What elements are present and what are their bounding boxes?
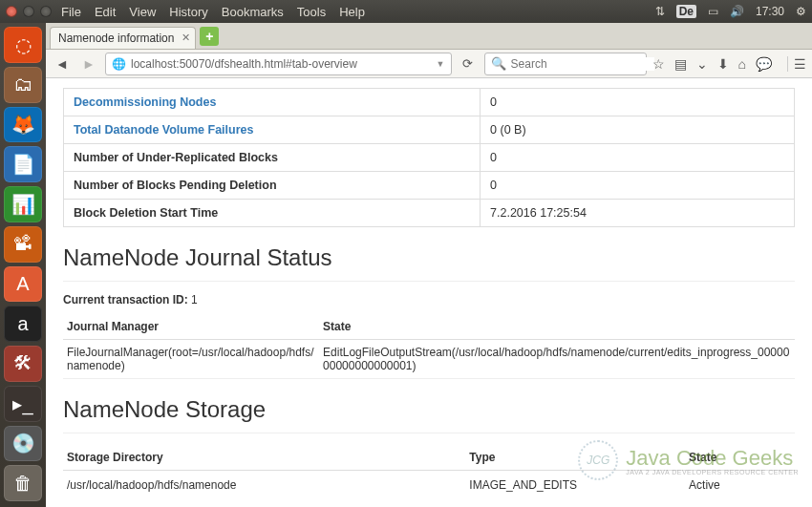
reload-button[interactable]: ⟳ [458, 56, 479, 71]
new-tab-button[interactable]: + [200, 27, 219, 46]
storage-heading: NameNode Storage [63, 396, 795, 423]
divider [63, 433, 795, 433]
status-label: Number of Under-Replicated Blocks [64, 144, 481, 172]
status-row: Number of Blocks Pending Deletion 0 [64, 172, 795, 200]
browser-tab[interactable]: Namenode information ✕ [50, 27, 196, 49]
status-row: Block Deletion Start Time 7.2.2016 17:25… [64, 200, 795, 227]
tab-title: Namenode information [58, 32, 174, 45]
site-identity-icon[interactable]: 🌐 [112, 57, 126, 71]
journal-header-state: State [319, 314, 795, 340]
launcher-trash[interactable]: 🗑 [4, 465, 42, 501]
status-label: Number of Blocks Pending Deletion [64, 172, 481, 200]
launcher-writer[interactable]: 📄 [4, 146, 42, 182]
unity-launcher: ◌ 🗂 🦊 📄 📊 📽 A a 🛠 ▸_ 💿 🗑 [0, 23, 46, 507]
menu-history[interactable]: History [169, 5, 207, 19]
search-input[interactable] [511, 57, 654, 71]
launcher-files[interactable]: 🗂 [4, 67, 42, 103]
menu-edit[interactable]: Edit [95, 5, 116, 19]
menu-file[interactable]: File [61, 5, 81, 19]
toolbar-icons: ☆ ▤ ⌄ ⬇ ⌂ 💬 ☰ [652, 56, 806, 72]
network-icon[interactable]: ⇅ [655, 5, 665, 18]
launcher-terminal[interactable]: ▸_ [4, 386, 42, 422]
status-value: 0 (0 B) [481, 116, 795, 144]
menu-view[interactable]: View [129, 5, 156, 19]
launcher-settings[interactable]: 🛠 [4, 346, 42, 382]
journal-row: FileJournalManager(root=/usr/local/hadoo… [63, 340, 795, 379]
tab-close-icon[interactable]: ✕ [182, 32, 190, 44]
firefox-menu-icon[interactable]: ☰ [787, 56, 806, 72]
storage-dir-value: /usr/local/hadoop/hdfs/namenode [63, 471, 465, 500]
keyboard-layout-indicator[interactable]: De [676, 5, 696, 18]
battery-icon[interactable]: ▭ [708, 5, 718, 18]
launcher-amazon[interactable]: a [4, 306, 42, 342]
storage-header-dir: Storage Directory [63, 445, 465, 471]
system-menubar: File Edit View History Bookmarks Tools H… [0, 0, 812, 23]
journal-header-manager: Journal Manager [63, 314, 319, 340]
txid-label: Current transaction ID: [63, 293, 188, 306]
transaction-id-line: Current transaction ID: 1 [63, 293, 795, 306]
nav-back-button[interactable]: ◄ [52, 53, 73, 74]
storage-table: Storage Directory Type State /usr/local/… [63, 445, 795, 499]
status-row: Number of Under-Replicated Blocks 0 [64, 144, 795, 172]
window-close-button[interactable] [6, 6, 17, 17]
url-bar[interactable]: 🌐 ▼ [105, 53, 452, 75]
url-dropdown-icon[interactable]: ▼ [437, 59, 445, 69]
menu-bookmarks[interactable]: Bookmarks [222, 5, 284, 19]
downloads-icon[interactable]: ⬇ [717, 56, 729, 72]
txid-value: 1 [191, 293, 198, 306]
browser-toolbar: ◄ ► 🌐 ▼ ⟳ 🔍 ☆ ▤ ⌄ ⬇ ⌂ 💬 ☰ [46, 50, 812, 78]
journal-table: Journal Manager State FileJournalManager… [63, 314, 795, 379]
clock[interactable]: 17:30 [756, 5, 784, 18]
status-value: 7.2.2016 17:25:54 [481, 200, 795, 227]
page-content: Decommissioning Nodes 0 Total Datanode V… [46, 78, 812, 507]
window-maximize-button[interactable] [40, 6, 52, 17]
status-value: 0 [481, 89, 795, 116]
launcher-calc[interactable]: 📊 [4, 186, 42, 222]
journal-state-value: EditLogFileOutputStream(/usr/local/hadoo… [319, 340, 795, 379]
menu-tools[interactable]: Tools [297, 5, 326, 19]
journal-heading: NameNode Journal Status [63, 244, 795, 271]
decommissioning-nodes-link[interactable]: Decommissioning Nodes [74, 95, 216, 109]
status-value: 0 [481, 172, 795, 200]
system-tray: ⇅ De ▭ 🔊 17:30 ⚙ [655, 5, 806, 18]
window-controls [6, 6, 52, 17]
chat-icon[interactable]: 💬 [756, 56, 772, 72]
launcher-disc[interactable]: 💿 [4, 426, 42, 462]
bookmark-star-icon[interactable]: ☆ [652, 56, 665, 72]
status-row: Total Datanode Volume Failures 0 (0 B) [64, 116, 795, 144]
pocket-icon[interactable]: ⌄ [696, 56, 708, 72]
storage-type-value: IMAGE_AND_EDITS [465, 471, 685, 500]
firefox-window: Namenode information ✕ + ◄ ► 🌐 ▼ ⟳ 🔍 ☆ ▤… [46, 23, 812, 507]
search-icon: 🔍 [491, 56, 506, 71]
journal-manager-value: FileJournalManager(root=/usr/local/hadoo… [63, 340, 319, 379]
window-minimize-button[interactable] [23, 6, 34, 17]
nav-forward-button[interactable]: ► [78, 53, 99, 74]
launcher-dash[interactable]: ◌ [4, 27, 42, 63]
storage-header-state: State [685, 445, 795, 471]
launcher-impress[interactable]: 📽 [4, 226, 42, 263]
search-bar[interactable]: 🔍 [484, 53, 647, 75]
volume-failures-link[interactable]: Total Datanode Volume Failures [74, 123, 253, 137]
url-input[interactable] [131, 57, 431, 71]
menu-help[interactable]: Help [339, 5, 365, 19]
storage-header-type: Type [465, 445, 685, 471]
status-value: 0 [481, 144, 795, 172]
status-table: Decommissioning Nodes 0 Total Datanode V… [63, 88, 795, 227]
status-row: Decommissioning Nodes 0 [64, 89, 795, 116]
settings-gear-icon[interactable]: ⚙ [796, 5, 806, 18]
storage-state-value: Active [685, 471, 795, 500]
launcher-firefox[interactable]: 🦊 [4, 107, 42, 143]
status-label: Block Deletion Start Time [64, 200, 481, 227]
launcher-software[interactable]: A [4, 266, 42, 303]
reader-icon[interactable]: ▤ [674, 56, 687, 72]
divider [63, 281, 795, 282]
storage-row: /usr/local/hadoop/hdfs/namenode IMAGE_AN… [63, 471, 795, 500]
volume-icon[interactable]: 🔊 [730, 5, 744, 18]
home-icon[interactable]: ⌂ [738, 56, 746, 72]
tab-strip: Namenode information ✕ + [46, 23, 812, 50]
